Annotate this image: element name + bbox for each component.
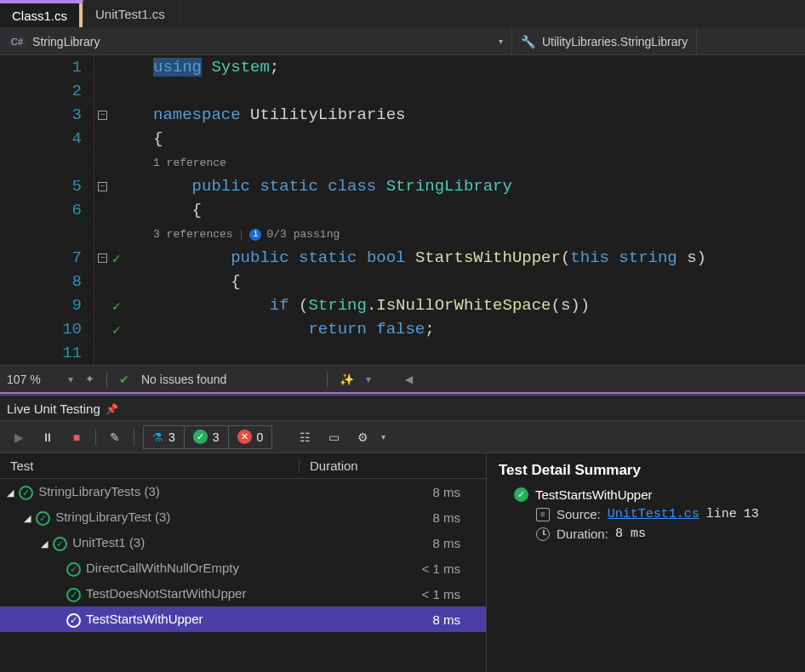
- tree-row[interactable]: ✓DirectCallWithNullOrEmpty < 1 ms: [0, 555, 486, 581]
- duration-label: Duration:: [557, 527, 608, 541]
- panel-title: Live Unit Testing: [7, 401, 100, 416]
- pass-icon: ✓: [66, 613, 81, 628]
- tab-class1[interactable]: Class1.cs: [0, 0, 83, 27]
- source-line-label: line: [706, 507, 737, 521]
- expand-icon[interactable]: ◢: [22, 513, 32, 524]
- line-number: 10: [0, 318, 94, 341]
- pass-icon: ✓: [66, 588, 81, 602]
- expand-icon[interactable]: ◢: [39, 538, 49, 550]
- nav-crumb-member[interactable]: 🔧 UtilityLibraries.StringLibrary: [512, 28, 697, 54]
- chevron-down-icon[interactable]: ▾: [68, 373, 73, 385]
- document-icon: ≡: [536, 508, 550, 521]
- line-number: 4: [0, 128, 94, 151]
- tree-row[interactable]: ◢ ✓UnitTest1 (3) 8 ms: [0, 530, 486, 555]
- line-number: 2: [0, 80, 94, 103]
- codelens-references[interactable]: 3 references: [153, 223, 233, 246]
- nav-crumb-class[interactable]: C# StringLibrary ▾: [0, 28, 512, 54]
- clock-icon: [536, 527, 550, 541]
- pass-icon: ✓: [193, 430, 208, 444]
- scroll-left-icon[interactable]: ◀: [405, 373, 413, 385]
- line-number: 8: [0, 271, 94, 293]
- pass-icon: ✓: [19, 486, 33, 500]
- pause-button[interactable]: ⏸: [37, 427, 58, 447]
- play-button[interactable]: ▶: [9, 427, 29, 447]
- column-test[interactable]: Test: [10, 458, 299, 473]
- line-number: 3: [0, 104, 94, 127]
- nav-crumb-label: StringLibrary: [32, 35, 100, 48]
- pass-icon: ✓: [514, 487, 528, 502]
- pin-icon[interactable]: 📌: [106, 403, 118, 415]
- pass-icon: ✓: [36, 511, 50, 526]
- passed-tests-pill[interactable]: ✓3: [185, 426, 229, 448]
- panel-toolbar: ▶ ⏸ ■ ✎ ⚗3 ✓3 ✕0 ☷ ▭ ⚙ ▾: [0, 421, 805, 453]
- nav-bar: C# StringLibrary ▾ 🔧 UtilityLibraries.St…: [0, 28, 805, 55]
- pass-icon: ✓: [66, 562, 81, 577]
- edit-playlist-button[interactable]: ✎: [105, 427, 125, 447]
- line-number: 7: [0, 247, 94, 270]
- code-editor[interactable]: 1 using System; 2 3 − namespace UtilityL…: [0, 55, 805, 392]
- tree-row[interactable]: ✓TestDoesNotStartWithUpper < 1 ms: [0, 581, 486, 607]
- tab-label: Class1.cs: [12, 9, 67, 23]
- panel-body: Test Duration ◢ ✓StringLibraryTests (3) …: [0, 453, 805, 672]
- source-label: Source:: [557, 507, 601, 521]
- codelens-references[interactable]: 1 reference: [153, 151, 226, 174]
- fold-toggle[interactable]: −: [98, 253, 107, 263]
- test-detail-panel: Test Detail Summary ✓ TestStartsWithUppe…: [487, 453, 805, 672]
- issues-label[interactable]: No issues found: [141, 373, 226, 386]
- tree-row[interactable]: ◢ ✓StringLibraryTest (3) 8 ms: [0, 504, 486, 530]
- broom-icon[interactable]: ✨: [340, 373, 354, 386]
- unsaved-indicator-icon: [79, 3, 83, 27]
- chevron-down-icon[interactable]: ▾: [381, 432, 385, 441]
- chevron-down-icon: ▾: [499, 37, 503, 46]
- expand-icon[interactable]: ◢: [5, 487, 15, 498]
- fold-toggle[interactable]: −: [98, 182, 107, 191]
- test-pass-icon: ✓: [112, 322, 121, 339]
- tab-label: UnitTest1.cs: [95, 7, 165, 21]
- test-pass-icon: ✓: [112, 298, 121, 315]
- tree-row[interactable]: ✓TestStartsWithUpper 8 ms: [0, 607, 486, 632]
- failed-tests-pill[interactable]: ✕0: [229, 426, 272, 448]
- check-icon: ✔: [119, 373, 129, 386]
- column-duration[interactable]: Duration: [299, 458, 486, 473]
- fold-toggle[interactable]: −: [98, 111, 107, 120]
- line-number: 1: [0, 56, 94, 79]
- test-count-group: ⚗3 ✓3 ✕0: [143, 425, 272, 449]
- editor-status-bar: 107 % ▾ ✦ ✔ No issues found ✨ ▾ ◀: [0, 365, 805, 392]
- test-tree: Test Duration ◢ ✓StringLibraryTests (3) …: [0, 453, 487, 672]
- source-line: 13: [744, 507, 759, 521]
- test-pass-icon: ✓: [112, 250, 121, 267]
- nav-crumb-label: UtilityLibraries.StringLibrary: [542, 35, 688, 48]
- group-by-button[interactable]: ☷: [294, 427, 315, 447]
- line-number: 6: [0, 199, 94, 222]
- settings-button[interactable]: ⚙: [352, 427, 373, 447]
- flask-icon: ⚗: [152, 430, 163, 444]
- codelens-tests[interactable]: 0/3 passing: [266, 223, 340, 246]
- stop-button[interactable]: ■: [66, 427, 87, 447]
- chevron-down-icon[interactable]: ▾: [366, 373, 371, 385]
- tab-unittest1[interactable]: UnitTest1.cs: [83, 0, 181, 27]
- source-file-link[interactable]: UnitTest1.cs: [608, 507, 699, 521]
- class-icon: 🔧: [521, 35, 535, 48]
- tree-row[interactable]: ◢ ✓StringLibraryTests (3) 8 ms: [0, 479, 486, 504]
- duration-value: 8 ms: [615, 527, 646, 541]
- line-number: 5: [0, 175, 94, 198]
- line-number: 9: [0, 294, 94, 317]
- tab-bar: Class1.cs UnitTest1.cs: [0, 0, 805, 28]
- detail-title: Test Detail Summary: [499, 462, 793, 479]
- fail-icon: ✕: [237, 430, 252, 444]
- line-number: 11: [0, 342, 94, 365]
- intellicode-icon[interactable]: ✦: [85, 373, 94, 385]
- csharp-icon: C#: [9, 36, 26, 48]
- pass-icon: ✓: [53, 537, 67, 551]
- layout-button[interactable]: ▭: [323, 427, 344, 447]
- zoom-level[interactable]: 107 %: [7, 373, 56, 386]
- total-tests-pill[interactable]: ⚗3: [144, 426, 185, 448]
- panel-title-bar: Live Unit Testing 📌: [0, 397, 805, 421]
- test-status-icon: i: [249, 229, 261, 241]
- detail-test-name: TestStartsWithUpper: [535, 487, 653, 502]
- tree-header: Test Duration: [0, 453, 486, 479]
